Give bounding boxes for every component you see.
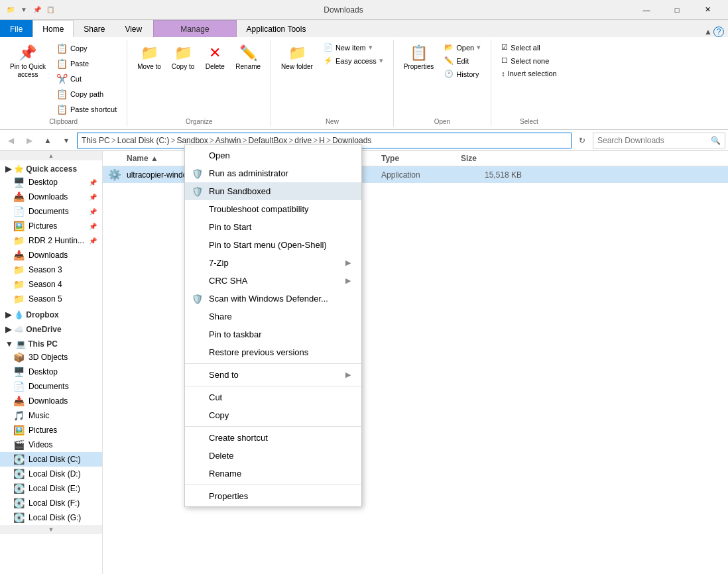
sidebar-item-downloads2[interactable]: 📥 Downloads — [0, 248, 102, 262]
ribbon-group-new: 📁 New folder 📄 New item ▾ ⚡ Easy access … — [271, 40, 394, 127]
path-sandbox[interactable]: Sandbox — [176, 136, 208, 145]
maximize-button[interactable]: □ — [662, 0, 692, 20]
path-defaultbox[interactable]: DefaultBox — [249, 136, 288, 145]
sidebar-item-documents-pc[interactable]: 📄 Documents — [0, 379, 102, 394]
tb-pin[interactable]: 📌 — [32, 5, 42, 15]
rename-button[interactable]: ✏️ Rename — [231, 41, 265, 74]
path-h[interactable]: H — [319, 136, 325, 145]
sidebar-item-downloads-pinned[interactable]: 📥 Downloads 📌 — [0, 190, 102, 204]
sidebar-item-localdisk-f[interactable]: 💽 Local Disk (F:) — [0, 496, 102, 510]
up-button[interactable]: ▲ — [40, 133, 56, 148]
ctx-crcsha[interactable]: CRC SHA ▶ — [185, 272, 361, 290]
close-button[interactable]: ✕ — [692, 0, 723, 20]
search-icon[interactable]: 🔍 — [711, 136, 721, 145]
ctx-pin-start[interactable]: Pin to Start — [185, 218, 361, 236]
help-btn[interactable]: ? — [713, 27, 724, 37]
copy-path-button[interactable]: 📋 Copy path — [52, 87, 121, 101]
sidebar-item-3dobjects[interactable]: 📦 3D Objects — [0, 350, 102, 365]
sidebar-item-season3[interactable]: 📁 Season 3 — [0, 262, 102, 277]
sidebar-item-localdisk-d[interactable]: 💽 Local Disk (D:) — [0, 467, 102, 481]
ctx-copy[interactable]: Copy — [185, 406, 361, 424]
ctx-open[interactable]: Open — [185, 146, 361, 164]
ctx-create-shortcut[interactable]: Create shortcut — [185, 429, 361, 447]
sidebar-item-pictures-pinned[interactable]: 🖼️ Pictures 📌 — [0, 219, 102, 233]
ctx-run-sandboxed[interactable]: 🛡️ Run Sandboxed — [185, 182, 361, 200]
refresh-button[interactable]: ↻ — [574, 133, 590, 148]
ctx-run-admin[interactable]: 🛡️ Run as administrator — [185, 164, 361, 182]
path-drive[interactable]: drive — [294, 136, 312, 145]
ctx-rename[interactable]: Rename — [185, 465, 361, 483]
tab-apptools[interactable]: Application Tools — [237, 20, 316, 37]
search-box[interactable]: 🔍 — [593, 133, 725, 148]
select-none-button[interactable]: ☐ Select none — [497, 54, 554, 67]
sidebar-item-season5[interactable]: 📁 Season 5 — [0, 292, 102, 306]
easy-access-button[interactable]: ⚡ Easy access ▾ — [319, 54, 388, 67]
move-to-button[interactable]: 📁 Move to — [133, 41, 166, 74]
minimize-button[interactable]: — — [631, 0, 662, 20]
new-item-button[interactable]: 📄 New item ▾ — [319, 41, 388, 54]
sidebar-item-desktop-pc[interactable]: 🖥️ Desktop — [0, 365, 102, 379]
ctx-cut[interactable]: Cut — [185, 388, 361, 406]
sidebar-item-documents-pinned[interactable]: 📄 Documents 📌 — [0, 204, 102, 219]
path-localdisk[interactable]: Local Disk (C:) — [117, 136, 170, 145]
ctx-delete[interactable]: Delete — [185, 447, 361, 465]
tab-home[interactable]: Home — [32, 20, 74, 37]
new-folder-button[interactable]: 📁 New folder — [276, 41, 318, 74]
invert-selection-button[interactable]: ↕ Invert selection — [497, 68, 561, 80]
path-ashwin[interactable]: Ashwin — [215, 136, 241, 145]
paste-shortcut-button[interactable]: 📋 Paste shortcut — [52, 102, 121, 117]
tab-share[interactable]: Share — [74, 20, 115, 37]
forward-button[interactable]: ▶ — [21, 133, 37, 148]
path-thispc[interactable]: This PC — [82, 136, 110, 145]
search-input[interactable] — [597, 136, 708, 145]
history-button[interactable]: 🕐 History — [440, 68, 485, 80]
edit-button[interactable]: ✏️ Edit — [440, 54, 485, 67]
sidebar-section-onedrive[interactable]: ▶ ☁️ OneDrive — [0, 321, 102, 335]
path-downloads[interactable]: Downloads — [332, 136, 371, 145]
quick-access-btn[interactable]: ▼ — [19, 5, 29, 15]
cut-button[interactable]: ✂️ Cut — [52, 72, 121, 86]
select-all-button[interactable]: ☑ Select all — [497, 41, 545, 54]
tb-copy[interactable]: 📋 — [45, 5, 56, 15]
sidebar-item-videos[interactable]: 🎬 Videos — [0, 437, 102, 452]
delete-button[interactable]: ✕ Delete — [200, 41, 229, 74]
col-size[interactable]: Size — [461, 154, 527, 163]
ctx-pin-startmenu[interactable]: Pin to Start menu (Open-Shell) — [185, 236, 361, 254]
copy-to-button[interactable]: 📁 Copy to — [167, 41, 199, 74]
sidebar-item-music[interactable]: 🎵 Music — [0, 408, 102, 423]
sidebar-item-downloads-pc[interactable]: 📥 Downloads — [0, 394, 102, 408]
paste-button[interactable]: 📋 Paste — [52, 56, 121, 71]
back-button[interactable]: ◀ — [3, 133, 19, 148]
recent-locations-button[interactable]: ▾ — [58, 133, 74, 148]
ctx-7zip[interactable]: 7-Zip ▶ — [185, 254, 361, 272]
ctx-restore-versions[interactable]: Restore previous versions — [185, 343, 361, 361]
pin-quick-access-button[interactable]: 📌 Pin to Quickaccess — [5, 41, 50, 82]
ctx-pin-taskbar[interactable]: Pin to taskbar — [185, 325, 361, 343]
tab-manage[interactable]: Manage — [153, 20, 236, 37]
sidebar-item-localdisk-e[interactable]: 💽 Local Disk (E:) — [0, 481, 102, 496]
sidebar-scroll-up[interactable]: ▲ — [0, 151, 102, 160]
tab-file[interactable]: File — [0, 20, 32, 37]
tab-view[interactable]: View — [115, 20, 152, 37]
sidebar-item-desktop-pinned[interactable]: 🖥️ Desktop 📌 — [0, 175, 102, 190]
ctx-troubleshoot[interactable]: Troubleshoot compatibility — [185, 200, 361, 218]
ctx-send-to[interactable]: Send to ▶ — [185, 366, 361, 384]
sidebar-item-season4[interactable]: 📁 Season 4 — [0, 277, 102, 292]
ctx-properties[interactable]: Properties — [185, 487, 361, 505]
ctx-share[interactable]: Share — [185, 308, 361, 325]
copy-button[interactable]: 📋 Copy — [52, 41, 121, 56]
sidebar-section-thispc[interactable]: ▼ 💻 This PC — [0, 335, 102, 350]
col-type[interactable]: Type — [381, 154, 461, 163]
sidebar-section-quick-access[interactable]: ▶ ⭐ Quick access — [0, 160, 102, 175]
ribbon-expand-btn[interactable]: ▲ — [704, 27, 712, 36]
sidebar-item-pictures-pc[interactable]: 🖼️ Pictures — [0, 423, 102, 437]
sidebar-item-localdisk-g[interactable]: 💽 Local Disk (G:) — [0, 510, 102, 525]
ctx-scan-defender[interactable]: 🛡️ Scan with Windows Defender... — [185, 290, 361, 308]
rdr2-icon: 📁 — [13, 235, 25, 246]
properties-button[interactable]: 📋 Properties — [399, 41, 439, 74]
sidebar-item-rdr2[interactable]: 📁 RDR 2 Huntin... 📌 — [0, 233, 102, 248]
sidebar-item-localdisk-c[interactable]: 💽 Local Disk (C:) — [0, 452, 102, 467]
sidebar-section-dropbox[interactable]: ▶ 💧 Dropbox — [0, 306, 102, 321]
sidebar-scroll-down[interactable]: ▼ — [0, 525, 102, 534]
open-button[interactable]: 📂 Open ▾ — [440, 41, 485, 54]
